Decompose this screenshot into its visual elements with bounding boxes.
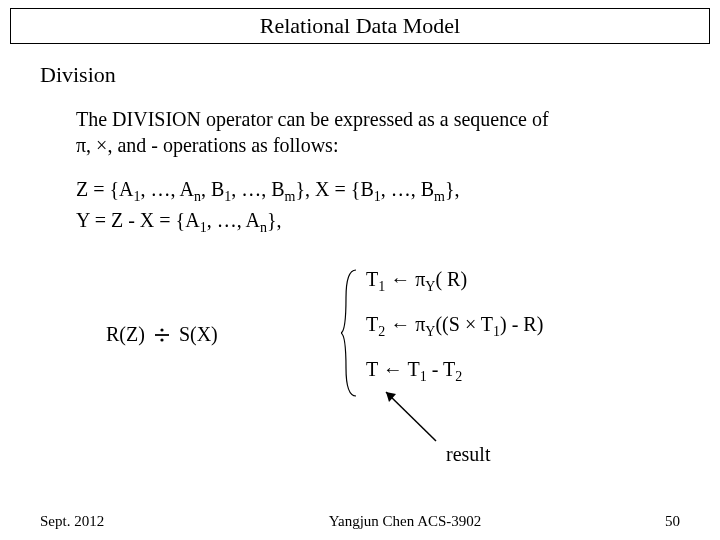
txt: },: [445, 178, 460, 200]
txt: ( R): [435, 268, 467, 290]
sub: m: [434, 189, 445, 204]
intro-line1: The DIVISION operator can be expressed a…: [76, 108, 549, 130]
steps-block: T1 ← πY( R) T2 ← πY((S × T1) - R) T ← T1…: [366, 268, 543, 403]
sub: 2: [455, 369, 462, 384]
formula-area: R(Z) S(X) T1 ← πY( R) T2 ← πY((S × T1) -…: [76, 268, 680, 428]
txt: , …, A: [207, 209, 260, 231]
txt: ((S × T: [435, 313, 493, 335]
y-def: Y = Z - X = {A: [76, 209, 200, 231]
sub: 1: [374, 189, 381, 204]
txt: T: [366, 358, 383, 380]
slide-title: Relational Data Model: [260, 13, 460, 38]
lhs-left: R(Z): [106, 323, 145, 345]
sub: Y: [425, 279, 435, 294]
sub: 1: [134, 189, 141, 204]
result-label: result: [446, 443, 490, 466]
txt: , B: [201, 178, 224, 200]
lhs-right: S(X): [179, 323, 218, 345]
z-def: Z = {A: [76, 178, 134, 200]
svg-point-2: [160, 338, 163, 341]
txt: ← π: [385, 313, 425, 335]
step-t1: T1 ← πY( R): [366, 268, 543, 295]
txt: T: [366, 313, 378, 335]
txt: },: [267, 209, 282, 231]
txt: , …, B: [381, 178, 434, 200]
txt: - T: [427, 358, 456, 380]
sub: n: [194, 189, 201, 204]
brace-icon: [341, 268, 361, 403]
svg-point-0: [160, 328, 163, 331]
set-definitions: Z = {A1, …, An, B1, …, Bm}, X = {B1, …, …: [76, 176, 680, 238]
txt: }, X = {B: [295, 178, 373, 200]
txt: ) - R): [500, 313, 543, 335]
divide-icon: [154, 325, 170, 348]
sub: m: [285, 189, 296, 204]
division-lhs: R(Z) S(X): [106, 323, 218, 348]
sub: 1: [493, 324, 500, 339]
step-t2: T2 ← πY((S × T1) - R): [366, 313, 543, 340]
txt: T: [366, 268, 378, 290]
sub: 1: [420, 369, 427, 384]
content-area: Division The DIVISION operator can be ex…: [0, 44, 720, 428]
intro-line2: π, ×, and - operations as follows:: [76, 134, 338, 156]
footer-center: Yangjun Chen ACS-3902: [190, 513, 620, 530]
svg-line-3: [386, 392, 436, 441]
txt: , …, B: [231, 178, 284, 200]
step-t: T ← T1 - T2: [366, 358, 543, 385]
txt: ← T: [383, 358, 420, 380]
section-heading: Division: [40, 62, 680, 88]
title-bar: Relational Data Model: [10, 8, 710, 44]
txt: ← π: [385, 268, 425, 290]
footer-page: 50: [620, 513, 680, 530]
txt: , …, A: [141, 178, 194, 200]
footer: Sept. 2012 Yangjun Chen ACS-3902 50: [0, 513, 720, 530]
intro-text: The DIVISION operator can be expressed a…: [76, 106, 680, 158]
arrow-icon: [366, 386, 446, 451]
sub: n: [260, 220, 267, 235]
sub: Y: [425, 324, 435, 339]
footer-date: Sept. 2012: [40, 513, 190, 530]
sub: 1: [200, 220, 207, 235]
